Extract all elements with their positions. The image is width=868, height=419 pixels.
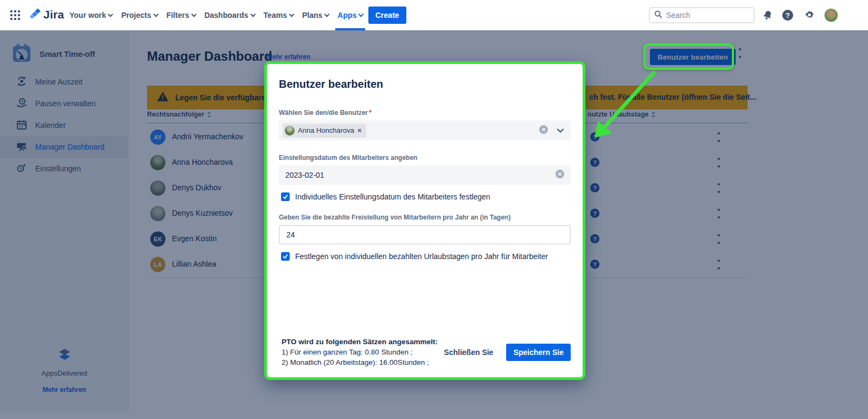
chevron-down-icon bbox=[191, 11, 196, 17]
search-icon bbox=[654, 10, 662, 21]
user-select-label: Wählen Sie den/die Benutzer* bbox=[279, 109, 571, 117]
accrual-title: PTO wird zu folgenden Sätzen angesammelt… bbox=[282, 337, 438, 347]
jira-logo-text: Jira bbox=[43, 8, 64, 21]
individual-date-checkbox-row: Individuelles Einstellungsdatum des Mita… bbox=[279, 192, 571, 201]
nav-item-dashboards[interactable]: Dashboards bbox=[205, 0, 255, 30]
individual-pto-checkbox-row: Festlegen von individuellen bezahlten Ur… bbox=[279, 252, 571, 261]
checkbox-checked[interactable] bbox=[281, 192, 290, 201]
date-clear-icon[interactable] bbox=[556, 170, 564, 181]
nav-item-filters[interactable]: Filters bbox=[167, 0, 196, 30]
chevron-down-icon bbox=[289, 11, 294, 17]
chevron-down-icon bbox=[108, 11, 113, 17]
chip-avatar bbox=[285, 126, 295, 136]
checkbox-label: Festlegen von individuellen bezahlten Ur… bbox=[295, 252, 548, 261]
notifications-bell-icon[interactable] bbox=[762, 9, 774, 21]
settings-gear-icon[interactable] bbox=[803, 9, 815, 21]
hire-date-label: Einstellungsdatum des Mitarbeiters angeb… bbox=[279, 154, 571, 162]
checkbox-checked[interactable] bbox=[281, 252, 290, 261]
pto-label: Geben Sie die bezahlte Freistellung von … bbox=[279, 214, 571, 221]
accrual-note: PTO wird zu folgenden Sätzen angesammelt… bbox=[282, 337, 438, 368]
checkbox-label: Individuelles Einstellungsdatum des Mita… bbox=[295, 192, 490, 201]
pto-field[interactable] bbox=[279, 225, 571, 244]
nav-item-your-work[interactable]: Your work bbox=[69, 0, 112, 30]
chevron-down-icon bbox=[359, 11, 364, 17]
select-clear-icon[interactable] bbox=[539, 125, 548, 136]
nav-item-plans[interactable]: Plans bbox=[302, 0, 329, 30]
user-avatar[interactable] bbox=[824, 8, 838, 22]
app-root: Jira Your work Projects Filters Dashboar… bbox=[0, 0, 868, 419]
nav-item-teams[interactable]: Teams bbox=[264, 0, 293, 30]
top-navbar: Jira Your work Projects Filters Dashboar… bbox=[0, 0, 868, 30]
nav-item-apps[interactable]: Apps bbox=[337, 0, 363, 30]
jira-logo[interactable]: Jira bbox=[29, 8, 64, 22]
chevron-down-icon bbox=[250, 11, 256, 17]
chip-remove-icon[interactable]: × bbox=[358, 126, 362, 134]
modal-title: Benutzer bearbeiten bbox=[279, 78, 571, 91]
edit-user-modal: Benutzer bearbeiten Wählen Sie den/die B… bbox=[264, 61, 585, 380]
nav-item-projects[interactable]: Projects bbox=[121, 0, 157, 30]
hire-date-field[interactable] bbox=[279, 165, 571, 185]
required-asterisk: * bbox=[369, 109, 372, 117]
hire-date-input[interactable] bbox=[285, 171, 556, 179]
highlight-box bbox=[643, 43, 734, 70]
chevron-down-icon bbox=[153, 11, 158, 17]
app-switcher-icon[interactable] bbox=[10, 10, 21, 21]
modal-footer: PTO wird zu folgenden Sätzen angesammelt… bbox=[282, 337, 571, 368]
nav-menu: Your work Projects Filters Dashboards Te… bbox=[69, 0, 363, 30]
pto-input[interactable] bbox=[286, 230, 563, 239]
select-chevron-down-icon[interactable] bbox=[557, 126, 564, 136]
search-box[interactable] bbox=[649, 7, 755, 23]
accrual-line: 2) Monatlich (20 Arbeitstage): 16.00Stun… bbox=[282, 357, 438, 368]
selected-user-chip: Anna Honcharova × bbox=[283, 124, 366, 138]
close-button[interactable]: Schließen Sie bbox=[444, 348, 493, 357]
chevron-down-icon bbox=[324, 11, 330, 17]
search-input[interactable] bbox=[666, 11, 742, 20]
help-icon[interactable]: ? bbox=[782, 9, 794, 21]
jira-logo-icon bbox=[29, 8, 41, 22]
create-button[interactable]: Create bbox=[368, 7, 406, 24]
user-select[interactable]: Anna Honcharova × bbox=[279, 120, 571, 140]
accrual-line: 1) Für einen ganzen Tag: 0.80 Stunden ; bbox=[282, 347, 438, 357]
save-button[interactable]: Speichern Sie bbox=[506, 344, 571, 361]
